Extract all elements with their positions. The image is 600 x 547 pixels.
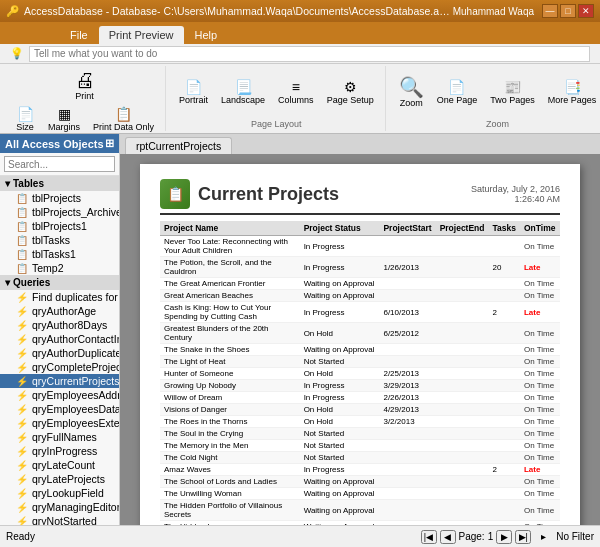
cell-start [379,356,435,368]
query-icon: ⚡ [16,292,28,303]
sidebar-item-tbltasks1[interactable]: 📋 tblTasks1 [0,247,119,261]
prev-page-button[interactable]: ◀ [440,530,456,544]
report-table: Project Name Project Status ProjectStart… [160,221,560,525]
sidebar-item-qryfullnames[interactable]: ⚡ qryFullNames [0,430,119,444]
cell-name: Visions of Danger [160,404,300,416]
next-page-button[interactable]: ▶ [496,530,512,544]
cell-end [436,440,489,452]
table-row: Visions of Danger On Hold 4/29/2013 On T… [160,404,560,416]
cell-end [436,344,489,356]
cell-tasks [489,440,520,452]
cell-tasks [489,344,520,356]
cell-ontime: On Time [520,356,560,368]
tab-file[interactable]: File [60,26,98,44]
cell-start [379,344,435,356]
sidebar-item-qryauthorduplicates[interactable]: ⚡ qryAuthorDuplicates [0,346,119,360]
size-button[interactable]: 📄 Size [10,105,40,134]
col-start: ProjectStart [379,221,435,236]
sidebar-item-qryauthorcontactinfo[interactable]: ⚡ qryAuthorContactInfo [0,332,119,346]
sidebar-item-qryemployeesextended[interactable]: ⚡ qryEmployeesExtended [0,416,119,430]
cell-tasks [489,380,520,392]
sidebar-section-tables[interactable]: ▾ Tables [0,176,119,191]
columns-button[interactable]: ≡ Columns [273,78,319,107]
sidebar-item-tblprojects[interactable]: 📋 tblProjects [0,191,119,205]
portrait-button[interactable]: 📄 Portrait [174,78,213,107]
cell-ontime: On Time [520,440,560,452]
content-tab-bar: rptCurrentProjects [120,134,600,154]
cell-status: On Hold [300,416,380,428]
sidebar-item-find-duplicates[interactable]: ⚡ Find duplicates for tblAuthors [0,290,119,304]
minimize-button[interactable]: — [542,4,558,18]
cell-tasks: 2 [489,464,520,476]
sidebar-item-qrylookupfield[interactable]: ⚡ qryLookupField [0,486,119,500]
close-button[interactable]: ✕ [578,4,594,18]
landscape-button[interactable]: 📃 Landscape [216,78,270,107]
cell-status: Waiting on Approval [300,278,380,290]
sidebar-item-qrycompleteprojects[interactable]: ⚡ qryCompleteProjects [0,360,119,374]
print-icon: 🖨 [75,70,95,90]
maximize-button[interactable]: □ [560,4,576,18]
cell-tasks [489,392,520,404]
sidebar-item-tblprojects-archive[interactable]: 📋 tblProjects_Archive [0,205,119,219]
page-setup-button[interactable]: ⚙ Page Setup [322,78,379,107]
query-icon: ⚡ [16,446,28,457]
cell-ontime: Late [520,302,560,323]
two-pages-button[interactable]: 📰 Two Pages [485,78,540,107]
cell-ontime: On Time [520,521,560,526]
sidebar-section-queries[interactable]: ▾ Queries [0,275,119,290]
col-status: Project Status [300,221,380,236]
cell-end [436,500,489,521]
sidebar-item-qryemployeesaddresses[interactable]: ⚡ qryEmployeesAddresses [0,388,119,402]
cell-ontime: On Time [520,278,560,290]
sidebar-item-qryinprogress[interactable]: ⚡ qryInProgress [0,444,119,458]
tab-help[interactable]: Help [185,26,228,44]
sidebar-item-qryauthorage[interactable]: ⚡ qryAuthorAge [0,304,119,318]
cell-ontime: On Time [520,404,560,416]
table-row: The Hidden Portfolio of Villainous Secre… [160,500,560,521]
sidebar-item-qryemployeesdata[interactable]: ⚡ qryEmployeesData [0,402,119,416]
col-project-name: Project Name [160,221,300,236]
one-page-button[interactable]: 📄 One Page [432,78,483,107]
print-button[interactable]: 🖨 Print [70,68,100,103]
cell-name: Amaz Waves [160,464,300,476]
cell-tasks [489,416,520,428]
query-icon: ⚡ [16,390,28,401]
sidebar-search-input[interactable] [4,156,115,172]
first-page-button[interactable]: |◀ [421,530,437,544]
cell-start: 6/25/2012 [379,323,435,344]
print-data-button[interactable]: 📋 Print Data Only [88,105,159,134]
sidebar-item-qrymanagingeditors[interactable]: ⚡ qryManagingEditors [0,500,119,514]
tell-me-input[interactable] [29,46,590,62]
table-row: Hunter of Someone On Hold 2/25/2013 On T… [160,368,560,380]
zoom-button[interactable]: 🔍 Zoom [394,75,429,110]
report-viewer[interactable]: 📋 Current Projects Saturday, July 2, 201… [120,154,600,525]
col-tasks: Tasks [489,221,520,236]
sidebar-item-tblprojects1[interactable]: 📋 tblProjects1 [0,219,119,233]
sidebar-item-qrylatecount[interactable]: ⚡ qryLateCount [0,458,119,472]
query-icon: ⚡ [16,306,28,317]
sidebar-item-qrylateprojects[interactable]: ⚡ qryLateProjects [0,472,119,486]
report-tab[interactable]: rptCurrentProjects [125,137,232,154]
last-page-button[interactable]: ▶| [515,530,531,544]
margins-button[interactable]: ▦ Margins [43,105,85,134]
cell-tasks [489,278,520,290]
table-row: Greatest Blunders of the 20th Century On… [160,323,560,344]
query-icon: ⚡ [16,418,28,429]
cell-name: Willow of Dream [160,392,300,404]
cell-status: On Hold [300,368,380,380]
sidebar-item-temp2[interactable]: 📋 Temp2 [0,261,119,275]
sidebar-item-qrycurrentprojects[interactable]: ⚡ qryCurrentProjects [0,374,119,388]
more-pages-button[interactable]: 📑 More Pages [543,78,600,107]
sidebar-item-qrynotstarted[interactable]: ⚡ qryNotStarted [0,514,119,525]
sidebar-menu-icon[interactable]: ⊞ [105,137,114,150]
ribbon: 🖨 Print 📄 Size ▦ Margins 📋 Print Data On… [0,64,600,134]
table-row: The Unwilling Woman Waiting on Approval … [160,488,560,500]
tab-print-preview[interactable]: Print Preview [99,26,184,44]
sidebar-item-qryauthor8days[interactable]: ⚡ qryAuthor8Days [0,318,119,332]
cell-status: In Progress [300,236,380,257]
sidebar-item-tbltasks[interactable]: 📋 tblTasks [0,233,119,247]
table-icon: 📋 [16,207,28,218]
margins-icon: ▦ [58,107,71,121]
no-filter-badge: ▸ [541,531,546,542]
cell-ontime: On Time [520,290,560,302]
